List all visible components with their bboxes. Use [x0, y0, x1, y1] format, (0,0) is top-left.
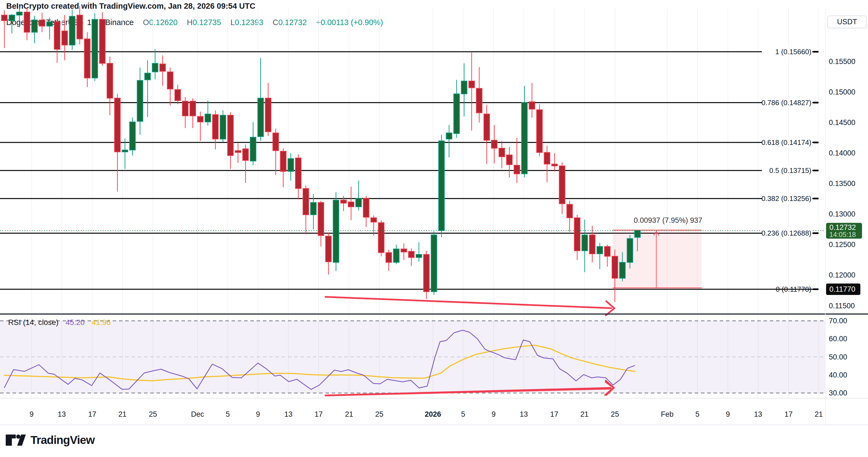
candle-body — [54, 22, 60, 49]
rsi-axis-label: 70.00 — [829, 317, 847, 325]
fib-level-label: 0.382 (0.13256) — [761, 195, 811, 203]
candle-body — [589, 235, 595, 254]
time-axis-label: 9 — [726, 410, 730, 418]
candle-body — [612, 256, 618, 278]
candle-body — [416, 254, 422, 257]
price-axis-label: 0.15500 — [829, 57, 856, 66]
tradingview-logo[interactable]: TradingView — [5, 433, 95, 447]
candle-body — [378, 223, 384, 253]
fib-level-label: 0.236 (0.12688) — [761, 229, 811, 237]
candle-body — [235, 151, 241, 152]
rsi-ma-value: 41.96 — [92, 318, 111, 326]
candle-body — [220, 115, 226, 139]
price-axis-label: 0.15000 — [829, 88, 856, 96]
candle-body — [152, 63, 158, 72]
candle-body — [273, 133, 279, 151]
candle-body — [401, 249, 407, 252]
last-price-value: 0.12732 — [829, 223, 856, 231]
price-axis-label: 0.13000 — [829, 210, 856, 218]
time-axis-label: 17 — [314, 410, 323, 418]
candle-body — [160, 64, 165, 72]
candle-body — [431, 235, 437, 291]
price-axis-label: 0.12000 — [829, 271, 856, 279]
candle-body — [122, 150, 128, 152]
candle-body — [446, 133, 452, 139]
candle-body — [469, 81, 474, 88]
time-axis-label: 13 — [284, 410, 292, 418]
candle-body — [536, 110, 542, 152]
time-axis-label: 21 — [345, 410, 353, 418]
candle-body — [47, 22, 53, 26]
price-axis-label: 0.13500 — [829, 179, 856, 188]
candle-body — [559, 166, 565, 204]
currency-toggle-button[interactable]: USDT — [827, 16, 867, 28]
candle-body — [582, 235, 587, 251]
candle-body — [597, 247, 603, 254]
measure-box[interactable] — [613, 230, 702, 288]
candle-body — [620, 262, 625, 278]
candle-body — [92, 19, 98, 78]
time-axis-label: 13 — [520, 410, 528, 418]
candle-body — [175, 90, 181, 101]
candle-body — [552, 164, 558, 166]
candle-body — [213, 115, 218, 139]
price-axis-label: 0.14500 — [829, 118, 856, 126]
candle-body — [62, 31, 67, 45]
rsi-axis-label: 40.00 — [829, 371, 847, 379]
fib-level-label: 0.5 (0.13715) — [769, 166, 811, 175]
time-axis-label: 17 — [88, 410, 96, 418]
time-axis-label: 5 — [225, 410, 230, 418]
time-axis-label: 21 — [118, 410, 126, 418]
candle-body — [514, 165, 520, 174]
tradingview-logo-icon — [5, 433, 27, 447]
candle-body — [363, 198, 369, 217]
time-axis-label: 25 — [375, 410, 383, 418]
price-axis-label: 0.14000 — [829, 149, 856, 157]
candle-body — [17, 12, 22, 15]
time-axis-label: 13 — [58, 410, 66, 418]
time-axis-label: 5 — [461, 410, 465, 418]
rsi-indicator-legend[interactable]: RSI (14, close) 45.20 41.96 — [8, 318, 111, 327]
rsi-axis-label: 30.00 — [829, 389, 847, 397]
candle-body — [310, 203, 316, 215]
candle-body — [107, 63, 113, 98]
candle-body — [627, 238, 633, 262]
time-axis-label: 9 — [256, 410, 260, 418]
candle-body — [137, 80, 143, 121]
candle-body — [394, 249, 399, 262]
candle-body — [348, 202, 354, 207]
time-axis-label: 21 — [580, 410, 589, 418]
time-axis-label: Dec — [191, 410, 204, 418]
candle-body — [129, 122, 135, 150]
chart-canvas[interactable]: 0.00937 (7.95%) 9371 (0.15660)0.786 (0.1… — [0, 0, 868, 457]
candle-body — [228, 115, 234, 155]
time-axis-label: 21 — [815, 410, 823, 418]
time-axis-label: 5 — [695, 410, 699, 418]
time-axis-label: 17 — [550, 410, 558, 418]
rsi-axis-label: 50.00 — [829, 353, 847, 361]
candle-body — [69, 16, 75, 45]
rsi-legend-title: RSI (14, close) — [8, 318, 59, 326]
price-downtrend-arrow[interactable] — [326, 297, 611, 308]
candle-body — [544, 152, 550, 164]
candle-body — [575, 218, 580, 251]
rsi-axis-label: 60.00 — [829, 335, 847, 343]
candle-body — [634, 230, 640, 237]
fib-zero-price-value: 0.11770 — [829, 285, 856, 293]
candle-body — [280, 151, 286, 171]
candle-body — [522, 103, 527, 174]
time-axis-label: Feb — [661, 410, 674, 418]
fib-level-label: 1 (0.15660) — [775, 48, 811, 56]
candle-body — [250, 137, 256, 161]
fib-level-label: 0.618 (0.14174) — [761, 138, 811, 146]
candle-body — [296, 158, 301, 189]
candle-body — [371, 218, 377, 222]
bar-close-countdown: 14:05:18 — [829, 231, 856, 238]
candle-body — [9, 15, 15, 21]
candle-body — [499, 148, 505, 156]
candle-body — [265, 98, 271, 132]
candle-body — [341, 200, 346, 203]
price-axis-label: 0.11500 — [829, 302, 855, 310]
candle-body — [567, 204, 572, 218]
candle-body — [303, 189, 309, 215]
